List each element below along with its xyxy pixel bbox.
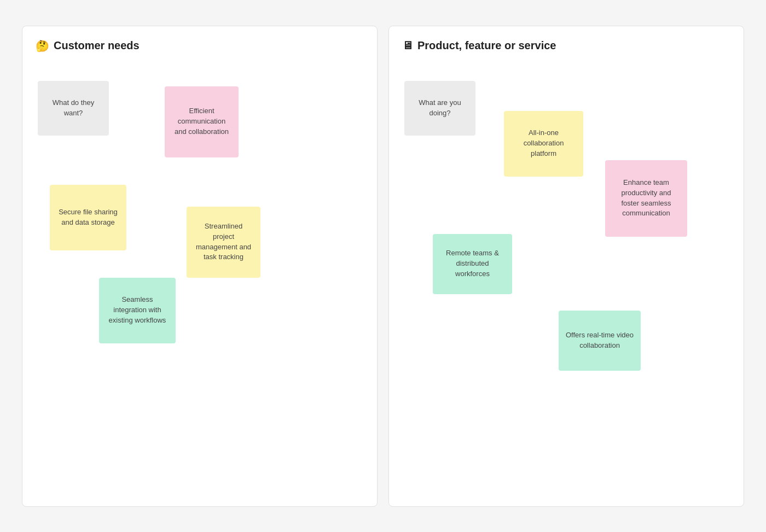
product-feature-panel: 🖥 Product, feature or service What are y… bbox=[388, 26, 744, 507]
right-panel-title: 🖥 Product, feature or service bbox=[402, 39, 556, 52]
sticky-cn-3[interactable]: Secure file sharing and data storage bbox=[50, 185, 126, 250]
customer-needs-label: Customer needs bbox=[54, 39, 140, 52]
sticky-pf-4[interactable]: Remote teams & distributed workforces bbox=[433, 234, 512, 294]
sticky-pf-3[interactable]: Enhance team productivity and foster sea… bbox=[605, 160, 687, 237]
sticky-cn-1[interactable]: What do they want? bbox=[38, 81, 109, 136]
left-panel-title: 🤔 Customer needs bbox=[36, 39, 140, 52]
customer-needs-icon: 🤔 bbox=[36, 39, 49, 52]
product-feature-label: Product, feature or service bbox=[417, 39, 556, 52]
sticky-cn-4[interactable]: Streamlined project management and task … bbox=[187, 207, 260, 278]
sticky-pf-5[interactable]: Offers real-time video collaboration bbox=[559, 311, 641, 371]
sticky-pf-2[interactable]: All-in-one collaboration platform bbox=[504, 111, 583, 177]
customer-needs-panel: 🤔 Customer needs What do they want?Effic… bbox=[22, 26, 378, 507]
sticky-pf-1[interactable]: What are you doing? bbox=[404, 81, 475, 136]
product-feature-icon: 🖥 bbox=[402, 39, 413, 52]
main-canvas: 🤔 Customer needs What do they want?Effic… bbox=[16, 20, 750, 512]
sticky-cn-2[interactable]: Efficient communication and collaboratio… bbox=[165, 86, 239, 157]
sticky-cn-5[interactable]: Seamless integration with existing workf… bbox=[99, 278, 176, 343]
